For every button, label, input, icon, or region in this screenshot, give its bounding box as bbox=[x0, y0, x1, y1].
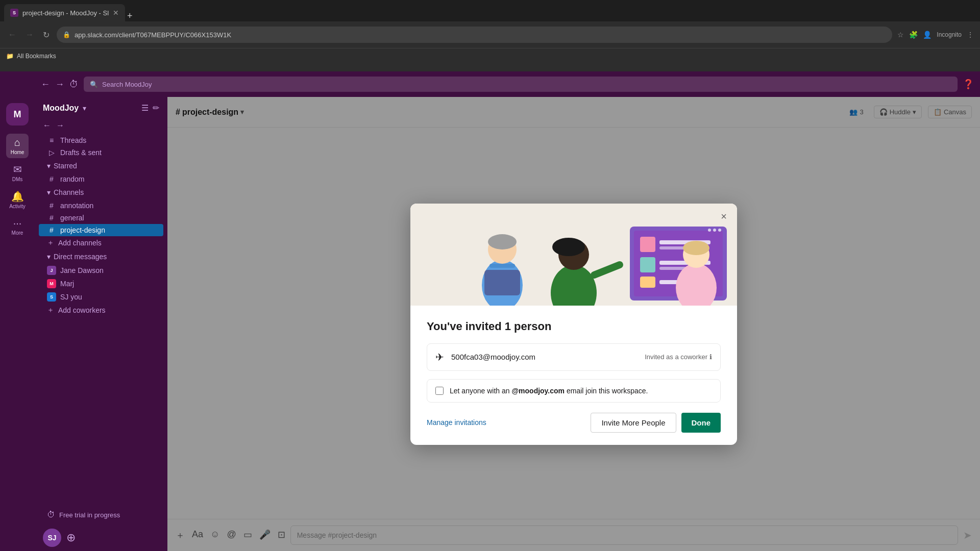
user-avatar[interactable]: SJ bbox=[43, 529, 61, 547]
channels-chevron-icon: ▾ bbox=[47, 188, 51, 196]
add-workspace-item[interactable]: ⊕ bbox=[66, 531, 76, 544]
workspace-name[interactable]: MoodJoy bbox=[43, 104, 79, 113]
home-label: Home bbox=[11, 149, 24, 155]
nav-right-controls: ☆ 🧩 👤 Incognito ⋮ bbox=[897, 31, 974, 39]
invite-status-text: Invited as a coworker bbox=[645, 353, 707, 361]
sidebar-item-threads[interactable]: ≡ Threads bbox=[39, 134, 163, 146]
dialog-close-button[interactable]: × bbox=[717, 210, 731, 224]
add-channels-icon: ＋ bbox=[47, 238, 54, 247]
menu-icon[interactable]: ⋮ bbox=[967, 31, 974, 39]
dm-section-header[interactable]: ▾ Direct messages bbox=[39, 249, 163, 264]
svg-point-3 bbox=[488, 234, 517, 249]
search-bar[interactable]: 🔍 Search MoodJoy bbox=[84, 77, 958, 92]
refresh-button[interactable]: ↻ bbox=[41, 28, 52, 42]
workspace-icon[interactable]: M bbox=[6, 103, 29, 126]
checkbox-row: Let anyone with an @moodjoy.com email jo… bbox=[427, 379, 721, 403]
dm-chevron-icon: ▾ bbox=[47, 253, 51, 261]
dm-section-label: Direct messages bbox=[54, 253, 107, 261]
home-nav-item[interactable]: ⌂ Home bbox=[6, 134, 29, 158]
home-icon: ⌂ bbox=[14, 137, 20, 148]
tab-favicon: S bbox=[10, 9, 18, 17]
channels-section-header[interactable]: ▾ Channels bbox=[39, 185, 163, 199]
checkbox-label: Let anyone with an @moodjoy.com email jo… bbox=[450, 387, 648, 395]
sidebar-header: MoodJoy ▾ ☰ ✏ bbox=[35, 97, 167, 119]
search-icon: 🔍 bbox=[90, 81, 98, 88]
marj-avatar: M bbox=[47, 279, 56, 288]
new-tab-button[interactable]: + bbox=[127, 11, 133, 21]
back-nav-button[interactable]: ← bbox=[41, 79, 50, 90]
top-bar: ← → ⏱ 🔍 Search MoodJoy ❓ bbox=[0, 71, 980, 97]
manage-invitations-link[interactable]: Manage invitations bbox=[427, 418, 486, 427]
bookmarks-label[interactable]: All Bookmarks bbox=[17, 53, 56, 60]
sidebar-item-drafts[interactable]: ▷ Drafts & sent bbox=[39, 146, 163, 159]
add-channels-label: Add channels bbox=[58, 239, 102, 247]
svg-rect-15 bbox=[640, 257, 655, 272]
footer-buttons: Invite More People Done bbox=[591, 413, 721, 433]
dms-nav-item[interactable]: ✉ DMs bbox=[6, 160, 29, 185]
sidebar-item-annotation[interactable]: # annotation bbox=[39, 199, 163, 212]
extensions-icon[interactable]: 🧩 bbox=[909, 31, 918, 39]
add-coworkers-item[interactable]: ＋ Add coworkers bbox=[39, 304, 163, 317]
more-label: More bbox=[12, 230, 23, 236]
bookmark-star-icon[interactable]: ☆ bbox=[897, 31, 904, 39]
forward-nav-button[interactable]: → bbox=[55, 79, 64, 90]
sidebar-item-project-design[interactable]: # project-design bbox=[39, 224, 163, 236]
done-button[interactable]: Done bbox=[681, 413, 721, 433]
free-trial-label: Free trial in progress bbox=[59, 511, 120, 519]
sidebar-footer: ⏱ Free trial in progress SJ ⊕ bbox=[35, 497, 167, 551]
history-button[interactable]: ⏱ bbox=[69, 79, 79, 90]
domain-checkbox[interactable] bbox=[435, 387, 444, 395]
svg-rect-18 bbox=[640, 277, 655, 288]
starred-section-header[interactable]: ▾ Starred bbox=[39, 159, 163, 173]
dialog-overlay: × You've invited 1 person ✈ 500fca03@moo… bbox=[167, 97, 980, 551]
svg-point-21 bbox=[713, 229, 716, 232]
add-coworkers-label: Add coworkers bbox=[58, 306, 106, 314]
forward-button[interactable]: → bbox=[23, 28, 36, 41]
address-bar[interactable]: 🔒 app.slack.com/client/T067MEBPPUY/C066X… bbox=[57, 27, 892, 43]
tab-close-button[interactable]: ✕ bbox=[113, 9, 119, 17]
more-nav-item[interactable]: ··· More bbox=[6, 214, 29, 239]
help-icon[interactable]: ❓ bbox=[963, 79, 974, 90]
hash-general-icon: # bbox=[47, 214, 56, 222]
channel-general-label: general bbox=[60, 214, 84, 222]
url-text: app.slack.com/client/T067MEBPPUY/C066X15… bbox=[75, 31, 231, 39]
invite-status: Invited as a coworker ℹ bbox=[645, 353, 712, 361]
sidebar-item-random[interactable]: # random bbox=[39, 173, 163, 185]
profile-icon[interactable]: 👤 bbox=[923, 31, 932, 39]
sj-name: SJ you bbox=[60, 293, 82, 301]
sidebar: MoodJoy ▾ ☰ ✏ ← → ≡ Threads ▷ Drafts & s… bbox=[35, 97, 167, 551]
free-trial-item[interactable]: ⏱ Free trial in progress bbox=[43, 507, 159, 522]
sidebar-item-marj[interactable]: M Marj bbox=[39, 277, 163, 290]
svg-point-22 bbox=[718, 229, 721, 232]
workspace-chevron-icon[interactable]: ▾ bbox=[83, 104, 86, 112]
hash-project-design-icon: # bbox=[47, 226, 56, 234]
add-coworkers-icon: ＋ bbox=[47, 306, 54, 315]
sidebar-back-icon[interactable]: ← bbox=[43, 121, 51, 130]
svg-rect-26 bbox=[683, 268, 709, 272]
invite-more-button[interactable]: Invite More People bbox=[591, 413, 676, 433]
filter-icon[interactable]: ☰ bbox=[141, 103, 149, 113]
svg-rect-5 bbox=[484, 270, 520, 295]
hash-annotation-icon: # bbox=[47, 202, 56, 210]
close-icon: × bbox=[721, 211, 727, 222]
activity-icon: 🔔 bbox=[11, 190, 24, 203]
add-channels-item[interactable]: ＋ Add channels bbox=[39, 236, 163, 249]
invite-dialog: × You've invited 1 person ✈ 500fca03@moo… bbox=[410, 204, 737, 445]
drafts-icon: ▷ bbox=[47, 148, 56, 157]
sidebar-item-sj[interactable]: S SJ you bbox=[39, 290, 163, 304]
svg-point-20 bbox=[708, 229, 711, 232]
compose-icon[interactable]: ✏ bbox=[153, 103, 159, 113]
invite-item: ✈ 500fca03@moodjoy.com Invited as a cowo… bbox=[427, 343, 721, 371]
sidebar-forward-icon[interactable]: → bbox=[56, 121, 64, 130]
dialog-body: You've invited 1 person ✈ 500fca03@moodj… bbox=[410, 306, 737, 445]
hash-icon: # bbox=[47, 175, 56, 183]
sidebar-item-jane[interactable]: J Jane Dawson bbox=[39, 264, 163, 277]
activity-nav-item[interactable]: 🔔 Activity bbox=[6, 187, 29, 212]
nav-bar: ← → ↻ 🔒 app.slack.com/client/T067MEBPPUY… bbox=[0, 21, 980, 48]
active-tab[interactable]: S project-design - MoodJoy - Sl ✕ bbox=[4, 4, 125, 21]
back-button[interactable]: ← bbox=[6, 28, 18, 41]
illustration-svg bbox=[410, 204, 737, 306]
info-icon[interactable]: ℹ bbox=[709, 353, 712, 361]
dialog-footer: Manage invitations Invite More People Do… bbox=[427, 413, 721, 433]
sidebar-item-general[interactable]: # general bbox=[39, 212, 163, 224]
